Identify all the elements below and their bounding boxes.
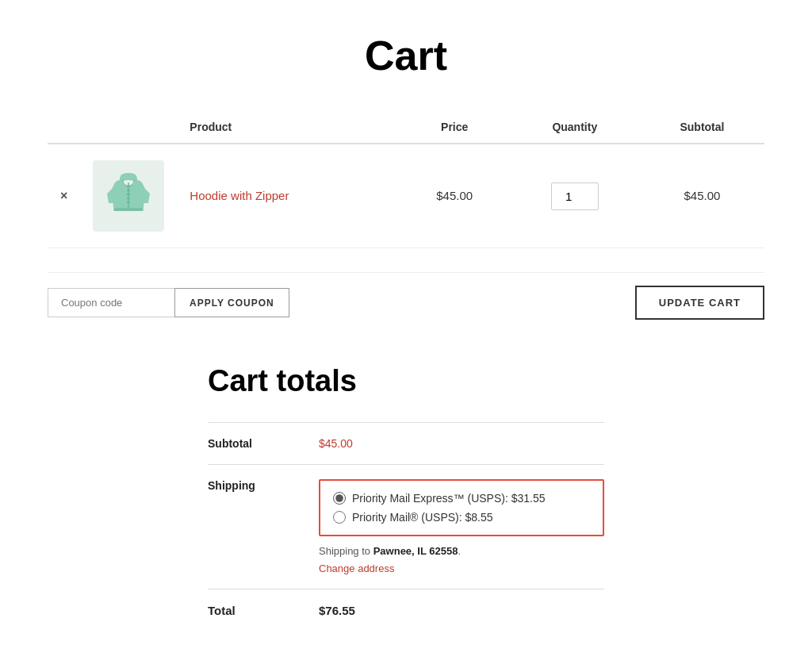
quantity-input[interactable] xyxy=(551,182,599,210)
svg-rect-4 xyxy=(127,198,130,199)
col-header-remove xyxy=(48,111,80,144)
product-thumbnail xyxy=(93,160,164,232)
subtotal-value: $45.00 xyxy=(319,437,353,450)
total-row: Total $76.55 xyxy=(208,589,604,632)
coupon-input[interactable] xyxy=(48,288,174,317)
change-address-link[interactable]: Change address xyxy=(319,562,394,574)
remove-item-button[interactable]: × xyxy=(60,189,67,203)
col-header-image xyxy=(80,111,177,144)
page-title: Cart xyxy=(48,32,764,79)
cart-totals-box: Cart totals Subtotal $45.00 Shipping xyxy=(208,364,604,645)
total-value: $76.55 xyxy=(319,604,355,617)
cart-totals-section: Cart totals Subtotal $45.00 Shipping xyxy=(48,364,764,645)
shipping-options-box: Priority Mail Express™ (USPS): $31.55 Pr… xyxy=(319,479,604,536)
svg-rect-2 xyxy=(127,190,130,191)
shipping-label: Shipping xyxy=(208,465,319,589)
col-header-price: Price xyxy=(400,111,510,144)
subtotal-row: Subtotal $45.00 xyxy=(208,423,604,465)
shipping-radio-priority[interactable] xyxy=(333,511,346,524)
col-header-product: Product xyxy=(177,111,399,144)
shipping-options: Priority Mail Express™ (USPS): $31.55 Pr… xyxy=(333,492,590,524)
shipping-option-express-label: Priority Mail Express™ (USPS): $31.55 xyxy=(352,492,546,505)
shipping-option-priority[interactable]: Priority Mail® (USPS): $8.55 xyxy=(333,511,590,524)
product-price: $45.00 xyxy=(436,189,473,202)
shipping-option-priority-label: Priority Mail® (USPS): $8.55 xyxy=(352,511,493,524)
cart-actions: APPLY COUPON UPDATE CART xyxy=(48,272,764,332)
product-subtotal: $45.00 xyxy=(684,189,721,202)
update-cart-button[interactable]: UPDATE CART xyxy=(635,286,764,320)
shipping-location: Pawnee, IL 62558 xyxy=(373,545,458,557)
svg-rect-6 xyxy=(113,208,144,211)
apply-coupon-button[interactable]: APPLY COUPON xyxy=(174,288,289,317)
shipping-radio-express[interactable] xyxy=(333,492,346,505)
coupon-section: APPLY COUPON xyxy=(48,288,289,317)
cart-table: Product Price Quantity Subtotal × xyxy=(48,111,764,248)
shipping-option-express[interactable]: Priority Mail Express™ (USPS): $31.55 xyxy=(333,492,590,505)
subtotal-label: Subtotal xyxy=(208,423,319,465)
product-image-icon xyxy=(101,168,156,224)
cart-totals-title: Cart totals xyxy=(208,364,604,398)
shipping-row: Shipping Priority Mail Express™ (USPS): … xyxy=(208,465,604,589)
table-row: × xyxy=(48,144,764,248)
total-label: Total xyxy=(208,589,319,632)
col-header-subtotal: Subtotal xyxy=(640,111,764,144)
col-header-quantity: Quantity xyxy=(510,111,640,144)
svg-rect-5 xyxy=(127,202,130,203)
svg-rect-3 xyxy=(127,194,130,195)
totals-table: Subtotal $45.00 Shipping Priority Ma xyxy=(208,422,604,632)
product-name-link[interactable]: Hoodie with Zipper xyxy=(190,189,289,202)
shipping-to-text: Shipping to Pawnee, IL 62558. xyxy=(319,545,461,557)
